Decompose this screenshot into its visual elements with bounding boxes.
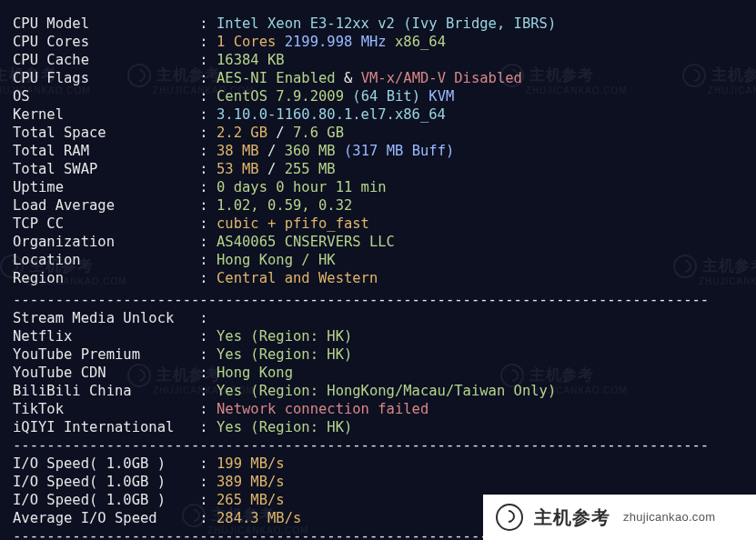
separator-line: ----------------------------------------… xyxy=(13,436,743,455)
row-value-part: 255 MB xyxy=(285,161,336,177)
row-value-part: / xyxy=(267,125,293,141)
row-value: Hong Kong / HK xyxy=(217,252,336,268)
brand-title: 主机参考 xyxy=(534,508,610,526)
terminal-output: CPU Model : Intel Xeon E3-12xx v2 (Ivy B… xyxy=(0,0,756,540)
row-label: BiliBili China xyxy=(13,383,199,399)
row-label: Organization xyxy=(13,234,199,250)
row-label: CPU Flags xyxy=(13,70,199,86)
row-value-part xyxy=(276,34,284,50)
info-row: Kernel : 3.10.0-1160.80.1.el7.x86_64 xyxy=(13,105,743,124)
row-label: Average I/O Speed xyxy=(13,510,199,526)
row-label: YouTube Premium xyxy=(13,346,199,363)
row-value-part: 360 MB xyxy=(285,143,336,159)
row-value: Yes (Region: HongKong/Macau/Taiwan Only) xyxy=(217,383,556,399)
row-value: AS40065 CNSERVERS LLC xyxy=(217,234,395,250)
row-value-part xyxy=(344,88,352,105)
row-label: iQIYI International xyxy=(13,419,199,435)
row-label: Total RAM xyxy=(13,143,199,159)
separator-line: ----------------------------------------… xyxy=(13,291,743,309)
info-row: Total Space : 2.2 GB / 7.6 GB xyxy=(13,124,743,142)
row-value-part: / xyxy=(259,161,285,177)
row-value: 3.10.0-1160.80.1.el7.x86_64 xyxy=(217,106,446,123)
info-row: Total RAM : 38 MB / 360 MB (317 MB Buff) xyxy=(13,142,743,160)
row-value-part: 2199.998 MHz xyxy=(285,34,387,50)
row-value-part: KVM xyxy=(428,88,454,105)
info-row: Stream Media Unlock : xyxy=(13,309,743,327)
row-value-part: & xyxy=(336,70,361,86)
info-row: Location : Hong Kong / HK xyxy=(13,251,743,269)
row-label: CPU Cache xyxy=(13,52,199,68)
row-value-part: (64 Bit) xyxy=(352,88,420,105)
row-label: Kernel xyxy=(13,106,199,123)
info-row: CPU Cores : 1 Cores 2199.998 MHz x86_64 xyxy=(13,33,743,51)
row-value-part: 1 Cores xyxy=(217,34,276,50)
info-row: CPU Model : Intel Xeon E3-12xx v2 (Ivy B… xyxy=(13,15,743,33)
row-label: I/O Speed( 1.0GB ) xyxy=(13,492,199,508)
info-row: BiliBili China : Yes (Region: HongKong/M… xyxy=(13,382,743,400)
row-label: Total SWAP xyxy=(13,161,199,177)
row-value-part: AES-NI Enabled xyxy=(217,70,336,86)
row-value: Central and Western xyxy=(217,270,378,286)
brand-url: zhujicankao.com xyxy=(623,508,715,526)
row-value: Yes (Region: HK) xyxy=(217,419,352,435)
info-row: iQIYI International : Yes (Region: HK) xyxy=(13,418,743,436)
row-label: TikTok xyxy=(13,401,199,417)
row-value: Intel Xeon E3-12xx v2 (Ivy Bridge, IBRS) xyxy=(217,15,556,32)
row-value-part: 38 MB xyxy=(217,143,259,159)
row-value: 199 MB/s xyxy=(217,455,285,472)
info-row: CPU Cache : 16384 KB xyxy=(13,51,743,69)
row-label: Uptime xyxy=(13,179,199,195)
row-value-part: / xyxy=(259,143,285,159)
info-row: Netflix : Yes (Region: HK) xyxy=(13,327,743,345)
info-row: Uptime : 0 days 0 hour 11 min xyxy=(13,178,743,196)
info-row: Region : Central and Western xyxy=(13,269,743,287)
brand-logo-icon xyxy=(496,504,523,531)
row-label: TCP CC xyxy=(13,215,199,232)
info-row: Organization : AS40065 CNSERVERS LLC xyxy=(13,233,743,251)
row-label: CPU Model xyxy=(13,15,199,32)
row-label: YouTube CDN xyxy=(13,365,199,381)
row-value: 1.02, 0.59, 0.32 xyxy=(217,197,352,214)
row-label: OS xyxy=(13,88,199,105)
row-value: 265 MB/s xyxy=(217,492,285,508)
row-label: I/O Speed( 1.0GB ) xyxy=(13,474,199,490)
row-value: 284.3 MB/s xyxy=(217,510,301,526)
row-value: Yes (Region: HK) xyxy=(217,346,352,363)
info-row: YouTube CDN : Hong Kong xyxy=(13,364,743,382)
info-row: YouTube Premium : Yes (Region: HK) xyxy=(13,345,743,364)
info-row: I/O Speed( 1.0GB ) : 389 MB/s xyxy=(13,473,743,491)
row-label: CPU Cores xyxy=(13,34,199,50)
row-label: Region xyxy=(13,270,199,286)
row-value-part: CentOS 7.9.2009 xyxy=(217,88,344,105)
row-value: Network connection failed xyxy=(217,401,428,417)
row-value: Yes (Region: HK) xyxy=(217,328,352,345)
row-value: 389 MB/s xyxy=(217,474,285,490)
info-row: I/O Speed( 1.0GB ) : 199 MB/s xyxy=(13,455,743,473)
row-label: Stream Media Unlock xyxy=(13,310,199,326)
row-value-part: 2.2 GB xyxy=(217,125,267,141)
row-label: Netflix xyxy=(13,328,199,345)
row-label: Location xyxy=(13,252,199,268)
info-row: OS : CentOS 7.9.2009 (64 Bit) KVM xyxy=(13,87,743,105)
row-value: 16384 KB xyxy=(217,52,285,68)
row-value-part: 7.6 GB xyxy=(293,125,344,141)
row-value-part: (317 MB Buff) xyxy=(344,143,454,159)
info-row: TikTok : Network connection failed xyxy=(13,400,743,418)
row-value-part: 53 MB xyxy=(217,161,259,177)
row-value: cubic + pfifo_fast xyxy=(217,215,369,232)
row-value: Hong Kong xyxy=(217,365,293,381)
brand-badge: 主机参考 zhujicankao.com xyxy=(483,495,756,540)
info-row: Total SWAP : 53 MB / 255 MB xyxy=(13,160,743,178)
row-value: 0 days 0 hour 11 min xyxy=(217,179,387,195)
row-value-part: VM-x/AMD-V Disabled xyxy=(361,70,522,86)
row-value-part: x86_64 xyxy=(395,34,446,50)
info-row: Load Average : 1.02, 0.59, 0.32 xyxy=(13,196,743,215)
row-value-part xyxy=(387,34,395,50)
row-label: Total Space xyxy=(13,125,199,141)
row-value-part xyxy=(336,143,344,159)
info-row: TCP CC : cubic + pfifo_fast xyxy=(13,215,743,233)
row-value-part xyxy=(420,88,428,105)
row-label: Load Average xyxy=(13,197,199,214)
info-row: CPU Flags : AES-NI Enabled & VM-x/AMD-V … xyxy=(13,69,743,87)
row-label: I/O Speed( 1.0GB ) xyxy=(13,455,199,472)
